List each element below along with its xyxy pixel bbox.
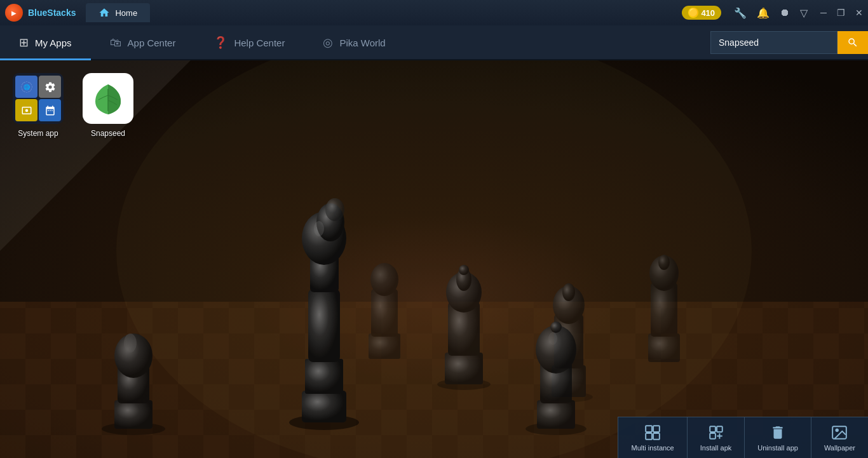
svg-rect-53	[653, 433, 660, 440]
svg-point-19	[124, 333, 137, 353]
svg-point-14	[314, 221, 324, 236]
tab-pika-world[interactable]: ◎ Pika World	[304, 27, 404, 60]
pika-world-icon: ◎	[323, 36, 333, 50]
uninstall-app-button[interactable]: Uninstall app	[745, 417, 811, 458]
search-button[interactable]	[837, 31, 868, 54]
window-controls: ─ ❐ ✕	[820, 8, 863, 18]
help-center-icon: ❓	[214, 36, 227, 50]
home-icon	[98, 7, 110, 18]
svg-rect-8	[305, 359, 343, 394]
nav-bar: ⊞ My Apps 🛍 App Center ❓ Help Center ◎ P…	[0, 25, 868, 60]
my-apps-label: My Apps	[35, 37, 72, 48]
wrench-icon[interactable]: 🔧	[734, 7, 747, 19]
svg-rect-31	[648, 333, 680, 362]
svg-rect-16	[114, 400, 153, 429]
svg-rect-56	[710, 433, 715, 439]
svg-rect-10	[310, 251, 339, 292]
svg-point-29	[553, 286, 585, 324]
bottom-toolbar: Multi instance Install apk Uninstall a	[618, 417, 868, 458]
svg-point-5	[116, 60, 752, 458]
svg-rect-37	[540, 359, 572, 403]
app-item-snapseed[interactable]: Snapseed	[83, 73, 133, 138]
my-apps-icon: ⊞	[19, 36, 29, 50]
svg-text:🌐: 🌐	[24, 84, 31, 91]
tab-app-center[interactable]: 🛍 App Center	[91, 27, 195, 60]
svg-rect-54	[710, 426, 715, 432]
svg-point-6	[289, 415, 359, 430]
svg-point-18	[114, 333, 153, 378]
svg-point-33	[649, 255, 679, 291]
sys-icon-4	[39, 99, 61, 121]
system-app-label: System app	[18, 129, 58, 138]
wallpaper-icon	[831, 424, 848, 441]
install-apk-label: Install apk	[700, 444, 732, 452]
multi-instance-label: Multi instance	[631, 444, 674, 452]
install-apk-icon	[707, 424, 725, 441]
tab-my-apps[interactable]: ⊞ My Apps	[0, 27, 91, 60]
wallpaper-button[interactable]: Wallpaper	[811, 417, 868, 458]
svg-point-26	[545, 392, 593, 402]
search-input[interactable]	[711, 37, 825, 48]
svg-rect-55	[717, 426, 722, 432]
svg-point-34	[658, 255, 670, 270]
svg-point-30	[562, 283, 575, 301]
svg-point-35	[526, 422, 587, 435]
minimize-button[interactable]: ─	[820, 8, 827, 18]
svg-rect-51	[653, 426, 660, 432]
sys-icon-2	[39, 76, 61, 98]
svg-rect-22	[448, 302, 480, 356]
multi-instance-button[interactable]: Multi instance	[618, 417, 687, 458]
svg-point-11	[302, 212, 346, 265]
bell-icon[interactable]: 🔔	[757, 7, 770, 19]
svg-rect-21	[445, 353, 483, 384]
svg-point-38	[536, 325, 576, 374]
svg-point-23	[446, 272, 482, 313]
svg-point-48	[25, 109, 28, 112]
svg-rect-9	[308, 289, 340, 362]
sys-icon-1: 🌐	[15, 76, 37, 98]
points-value: 410	[701, 8, 715, 18]
points-coin-icon: 🟡	[688, 8, 698, 18]
multi-instance-icon	[644, 424, 661, 441]
home-tab[interactable]: Home	[86, 3, 150, 22]
menu-icon[interactable]: ▽	[800, 7, 808, 19]
svg-rect-17	[118, 365, 149, 403]
svg-point-15	[102, 422, 165, 435]
app-center-label: App Center	[128, 37, 176, 48]
svg-point-12	[316, 203, 344, 241]
close-button[interactable]: ✕	[855, 8, 863, 18]
search-input-wrapper	[710, 31, 837, 54]
svg-point-41	[548, 332, 557, 345]
svg-point-60	[836, 429, 839, 432]
snapseed-icon	[83, 73, 133, 124]
svg-rect-52	[646, 433, 652, 440]
svg-rect-27	[552, 365, 586, 397]
system-app-icon: 🌐	[13, 73, 64, 124]
svg-rect-28	[554, 314, 583, 368]
svg-rect-36	[537, 400, 575, 429]
svg-rect-7	[302, 391, 346, 422]
svg-point-40	[550, 321, 562, 333]
svg-rect-32	[651, 283, 677, 337]
wallpaper-label: Wallpaper	[824, 444, 855, 452]
bluestacks-logo	[5, 4, 23, 22]
svg-point-39	[547, 325, 565, 348]
points-badge[interactable]: 🟡 410	[682, 6, 721, 20]
svg-rect-43	[371, 289, 398, 337]
install-apk-button[interactable]: Install apk	[688, 417, 745, 458]
help-center-label: Help Center	[234, 37, 285, 48]
maximize-button[interactable]: ❐	[837, 8, 845, 18]
svg-point-20	[437, 379, 491, 390]
app-item-system[interactable]: 🌐 System app	[13, 73, 64, 138]
tab-help-center[interactable]: ❓ Help Center	[194, 27, 304, 60]
record-icon[interactable]: ⏺	[780, 7, 790, 18]
uninstall-app-icon	[769, 424, 787, 441]
brand-name: BlueStacks	[28, 8, 76, 18]
svg-point-13	[325, 198, 344, 221]
home-tab-label: Home	[115, 8, 137, 18]
uninstall-app-label: Uninstall app	[757, 444, 798, 452]
search-icon	[847, 37, 858, 48]
svg-rect-42	[369, 333, 400, 359]
title-bar: BlueStacks Home 🟡 410 🔧 🔔 ⏺ ▽ ─ ❐ ✕	[0, 0, 868, 25]
svg-point-44	[370, 263, 398, 296]
